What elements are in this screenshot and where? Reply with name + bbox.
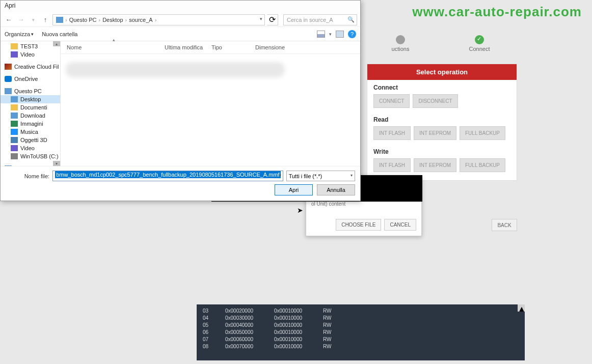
- file-list-area: Nome Ultima modifica Tipo Dimensione ▴: [61, 41, 360, 166]
- tree-item-video2[interactable]: Video: [1, 144, 60, 152]
- pc-icon: [5, 88, 12, 94]
- pc-icon: [56, 17, 63, 23]
- file-row-blurred[interactable]: [66, 62, 285, 77]
- refresh-button[interactable]: ⟳: [267, 14, 278, 25]
- file-open-dialog: Apri ← → ▾ ↑ › Questo PC › Desktop › sou…: [0, 0, 361, 201]
- console-scroll-up[interactable]: ▲: [518, 304, 525, 312]
- tree-item-desktop[interactable]: Desktop: [1, 95, 60, 103]
- console-row: 060x000500000x00010000RW: [203, 329, 519, 336]
- column-name[interactable]: Nome: [65, 43, 163, 51]
- new-folder-button[interactable]: Nuova cartella: [42, 31, 77, 37]
- nav-up-button[interactable]: ↑: [40, 15, 50, 25]
- chevron-right-icon: ›: [155, 17, 157, 23]
- choose-file-button[interactable]: CHOOSE FILE: [336, 219, 381, 231]
- connect-button[interactable]: CONNECT: [373, 94, 410, 108]
- connect-section-title: Connect: [373, 84, 510, 91]
- write-int-eeprom-button[interactable]: INT EEPROM: [414, 158, 456, 172]
- step-label: uctions: [392, 46, 410, 52]
- sort-indicator-icon: ▴: [113, 41, 115, 42]
- search-placeholder: Cerca in source_A: [287, 17, 333, 23]
- tree-item-video[interactable]: Video: [1, 50, 60, 59]
- tree-item-immagini[interactable]: Immagini: [1, 120, 60, 128]
- write-full-backup-button[interactable]: FULL BACKUP: [460, 158, 505, 172]
- dialog-title: Apri: [1, 1, 360, 13]
- column-size[interactable]: Dimensione: [253, 43, 287, 51]
- search-input[interactable]: Cerca in source_A 🔍: [283, 14, 357, 25]
- tree-item-musica[interactable]: Musica: [1, 128, 60, 136]
- address-dropdown-icon[interactable]: ▾: [260, 16, 262, 21]
- refresh-icon: ⟳: [269, 15, 276, 24]
- console-row: 080x000700000x00010000RW: [203, 343, 519, 350]
- step-connect: Connect: [469, 35, 490, 52]
- nav-recent-dropdown[interactable]: ▾: [28, 15, 38, 25]
- watermark-text: www.car-auto-repair.com: [412, 4, 582, 20]
- read-int-eeprom-button[interactable]: INT EEPROM: [414, 126, 456, 140]
- objects-3d-icon: [11, 137, 18, 143]
- desktop-icon: [11, 96, 18, 102]
- step-circle-icon: [396, 35, 405, 44]
- crumb-folder[interactable]: source_A: [129, 17, 152, 23]
- crumb-pc[interactable]: Questo PC: [69, 17, 97, 23]
- dialog-toolbar: Organizza ▾ Nuova cartella ▾ ?: [1, 27, 360, 41]
- filter-dropdown-icon: ▾: [351, 173, 353, 178]
- tree-item-questo-pc[interactable]: Questo PC: [1, 87, 60, 95]
- tree-item-creative-cloud[interactable]: Creative Cloud Fil: [1, 63, 60, 71]
- chevron-right-icon: ›: [98, 17, 100, 23]
- chevron-right-icon: ›: [65, 17, 67, 23]
- folder-icon: [11, 43, 18, 49]
- tree-item-download[interactable]: Download: [1, 111, 60, 120]
- nav-forward-button[interactable]: →: [16, 15, 26, 25]
- tree-item-rete[interactable]: Rete: [1, 164, 60, 166]
- onedrive-icon: [5, 76, 12, 82]
- open-button[interactable]: Apri: [275, 184, 313, 195]
- column-headers: Nome Ultima modifica Tipo Dimensione: [61, 41, 360, 54]
- tree-item-wintousb[interactable]: WinToUSB (C:): [1, 152, 60, 160]
- dialog-footer: Nome file: bmw_bosch_md1cp002_spc5777_be…: [1, 166, 360, 201]
- chevron-down-icon: ▾: [31, 32, 34, 37]
- video-icon: [11, 51, 18, 58]
- console-output: 030x000200000x00010000RW 040x000300000x0…: [197, 304, 525, 360]
- tree-item-documenti[interactable]: Documenti: [1, 103, 60, 111]
- cancel-button[interactable]: Annulla: [317, 184, 355, 195]
- disconnect-button[interactable]: DISCONNECT: [413, 94, 458, 108]
- back-button[interactable]: BACK: [492, 219, 517, 231]
- console-row: 070x000600000x00010000RW: [203, 336, 519, 343]
- console-row: 030x000200000x00010000RW: [203, 307, 519, 315]
- nav-back-button[interactable]: ←: [4, 15, 14, 25]
- preview-pane-button[interactable]: [336, 31, 344, 38]
- creative-cloud-icon: [5, 64, 12, 70]
- disk-icon: [11, 153, 18, 159]
- steps-bar: uctions Connect: [362, 33, 520, 53]
- filename-value: bmw_bosch_md1cp002_spc5777_bench_fullbac…: [55, 171, 280, 178]
- filename-label: Nome file:: [6, 173, 49, 179]
- search-icon: 🔍: [347, 16, 355, 23]
- file-type-filter[interactable]: Tutti i file (*.*) ▾: [286, 171, 355, 181]
- crumb-desktop[interactable]: Desktop: [102, 17, 123, 23]
- documents-icon: [11, 104, 18, 110]
- tree-scroll-up[interactable]: ▴: [53, 41, 60, 46]
- file-list[interactable]: [61, 54, 360, 166]
- view-mode-button[interactable]: [317, 31, 325, 38]
- chevron-down-icon[interactable]: ▾: [329, 32, 332, 37]
- tree-item-oggetti-3d[interactable]: Oggetti 3D: [1, 136, 60, 144]
- console-row: 040x000300000x00010000RW: [203, 315, 519, 322]
- write-int-flash-button[interactable]: INT FLASH: [373, 158, 411, 172]
- read-int-flash-button[interactable]: INT FLASH: [373, 126, 411, 140]
- download-icon: [11, 113, 18, 119]
- filename-input[interactable]: bmw_bosch_md1cp002_spc5777_bench_fullbac…: [52, 171, 283, 181]
- column-date[interactable]: Ultima modifica: [163, 43, 209, 51]
- help-icon[interactable]: ?: [348, 30, 356, 38]
- tree-item-onedrive[interactable]: OneDrive: [1, 75, 60, 83]
- organize-menu[interactable]: Organizza ▾: [5, 31, 34, 37]
- column-type[interactable]: Tipo: [209, 43, 253, 51]
- tree-item-test3[interactable]: TEST3: [1, 42, 60, 50]
- folder-tree: ▴ TEST3 Video Creative Cloud Fil OneDriv…: [1, 41, 61, 166]
- filename-dropdown-icon[interactable]: ▾: [279, 173, 281, 178]
- address-bar[interactable]: › Questo PC › Desktop › source_A › ▾: [52, 14, 265, 25]
- dialog-nav-bar: ← → ▾ ↑ › Questo PC › Desktop › source_A…: [1, 13, 360, 27]
- modal-cancel-button[interactable]: CANCEL: [384, 219, 416, 231]
- tree-scroll-down[interactable]: ▾: [53, 161, 60, 166]
- read-full-backup-button[interactable]: FULL BACKUP: [460, 126, 505, 140]
- select-operation-header: Select operation: [367, 64, 517, 80]
- step-instructions: uctions: [392, 35, 410, 52]
